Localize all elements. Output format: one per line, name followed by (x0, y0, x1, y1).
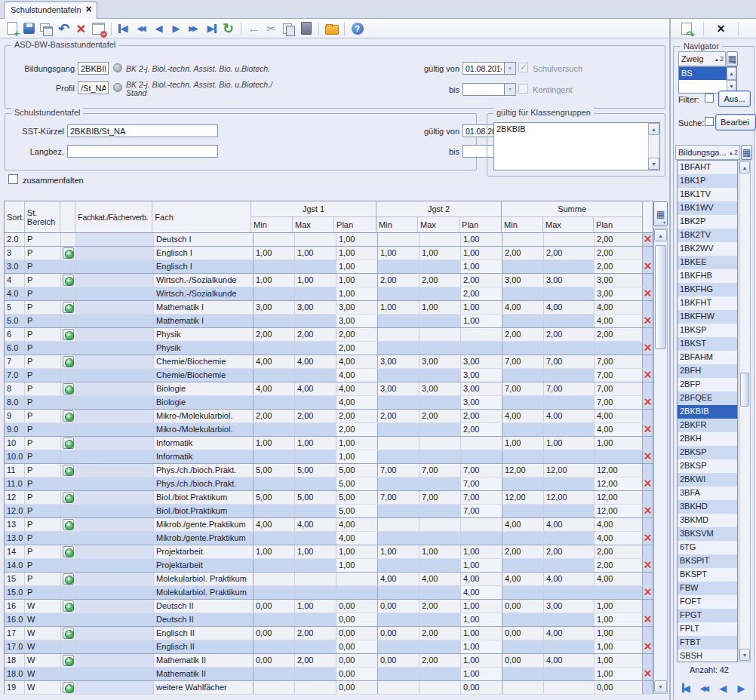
cell-fachkat[interactable] (76, 287, 154, 300)
cell-j1-max[interactable]: 1,00 (295, 247, 337, 259)
cell-j1-max[interactable]: 4,00 (295, 518, 337, 531)
profil-field[interactable] (78, 81, 109, 94)
cell-sum-max[interactable]: 4,00 (544, 654, 595, 667)
langbez-field[interactable] (67, 145, 218, 158)
cell-sum-max[interactable]: 7,00 (544, 382, 595, 395)
cell-fach[interactable]: Mikro-/Molekularbiol. (154, 410, 254, 422)
add-row-button[interactable] (63, 465, 74, 476)
cell-sum-max[interactable]: 4,00 (544, 573, 595, 585)
cell-sort[interactable]: 3.0 (5, 260, 25, 273)
cell-j2-max[interactable] (419, 423, 461, 436)
cell-fachkat[interactable] (76, 301, 154, 314)
cell-j2-max[interactable] (419, 315, 461, 327)
cell-st-bereich[interactable]: P (25, 491, 61, 504)
cell-j2-min[interactable] (378, 437, 419, 450)
cell-j1-min[interactable] (254, 559, 295, 572)
cell-j1-plan[interactable]: 2,00 (337, 410, 378, 422)
cell-j1-max[interactable]: 2,00 (295, 410, 337, 422)
cell-sum-plan[interactable]: 1,00 (595, 437, 643, 450)
cell-sum-min[interactable] (502, 233, 544, 246)
cell-fachkat[interactable] (76, 545, 154, 558)
cell-sort[interactable]: 16 (5, 600, 25, 612)
cell-j1-min[interactable]: 5,00 (254, 464, 295, 477)
cell-sum-max[interactable]: 12,00 (544, 491, 595, 504)
scroll-down-icon[interactable] (739, 649, 750, 661)
cell-j2-max[interactable] (419, 437, 461, 450)
bildungsgang-item[interactable]: 1BK1TV (678, 188, 737, 201)
cell-sum-plan[interactable]: 3,00 (595, 274, 643, 287)
cell-sum-plan[interactable]: 2,00 (595, 233, 643, 246)
nav-fast-back-icon[interactable] (133, 20, 150, 37)
cell-fach[interactable]: Mikro-/Molekularbiol. (154, 423, 254, 436)
cell-j1-max[interactable]: 3,00 (295, 301, 337, 314)
cell-st-bereich[interactable]: P (25, 532, 61, 545)
cell-j2-min[interactable]: 3,00 (378, 355, 419, 368)
cell-sum-max[interactable] (544, 450, 595, 463)
cell-fachkat[interactable] (76, 559, 154, 572)
cell-st-bereich[interactable]: P (25, 328, 61, 341)
bildungsgang-item[interactable]: FPGT (678, 609, 737, 622)
col-header-fach[interactable]: Fach (152, 201, 251, 232)
bildungsgang-item[interactable]: 1BKFHB (678, 269, 737, 283)
remove-form-icon[interactable] (90, 20, 107, 37)
cell-j2-plan[interactable]: 2,00 (461, 410, 502, 422)
cell-sum-min[interactable] (502, 315, 544, 327)
cell-sum-max[interactable] (544, 668, 595, 680)
cell-sum-max[interactable] (544, 396, 595, 409)
bildungsgang-item[interactable]: 2BKWI (678, 473, 737, 487)
cell-fachkat[interactable] (76, 315, 154, 327)
add-row-button[interactable] (63, 573, 74, 585)
cell-j2-min[interactable] (378, 681, 419, 694)
cell-j1-plan[interactable]: 5,00 (337, 477, 378, 490)
cell-sort[interactable]: 17 (5, 627, 25, 640)
cell-j1-plan[interactable]: 4,00 (337, 518, 378, 531)
cell-j1-min[interactable] (254, 396, 295, 409)
schulversuch-checkbox[interactable] (518, 63, 528, 72)
cell-fach[interactable]: Englisch II (154, 627, 254, 640)
bildungsgang-item[interactable]: 2BKBIB (678, 405, 737, 419)
cell-sum-plan[interactable]: 12,00 (595, 505, 643, 517)
cell-j1-max[interactable] (295, 613, 337, 626)
delete-row-button[interactable] (644, 315, 652, 327)
col-header-plan[interactable]: Plan (594, 217, 642, 232)
add-row-button[interactable] (63, 600, 74, 612)
table-vertical-scrollbar[interactable] (653, 228, 668, 694)
cell-sum-max[interactable]: 2,00 (544, 328, 595, 341)
cell-st-bereich[interactable]: W (25, 640, 61, 653)
cell-j1-plan[interactable]: 0,00 (337, 627, 378, 640)
cell-j1-min[interactable] (254, 233, 295, 246)
bildungsgang-field[interactable] (78, 62, 109, 75)
bildungsgang-item[interactable]: 2BFAHM (678, 351, 737, 364)
cell-j2-plan[interactable] (461, 518, 502, 531)
cell-j2-max[interactable] (419, 287, 461, 300)
scroll-down-icon[interactable] (654, 680, 667, 692)
nav-fast-forward-icon[interactable] (185, 20, 202, 37)
nav-fast-back-icon[interactable] (697, 680, 711, 696)
cell-j2-plan[interactable]: 1,00 (461, 640, 502, 653)
cell-j1-max[interactable]: 5,00 (295, 491, 337, 504)
cell-j2-max[interactable]: 1,00 (419, 301, 461, 314)
cell-fachkat[interactable] (76, 491, 154, 504)
cell-j1-plan[interactable]: 5,00 (337, 464, 378, 477)
delete-row-button[interactable] (644, 288, 652, 299)
delete-row-button[interactable] (644, 424, 652, 435)
cell-sum-max[interactable]: 7,00 (544, 355, 595, 368)
cell-fach[interactable]: Chemie/Biochemie (154, 355, 254, 368)
cell-st-bereich[interactable]: P (25, 355, 61, 368)
cell-j1-plan[interactable]: 1,00 (337, 559, 378, 572)
tab-close-icon[interactable] (86, 5, 92, 14)
cell-j2-plan[interactable]: 1,00 (461, 545, 502, 558)
cell-st-bereich[interactable]: P (25, 464, 61, 477)
cell-j2-min[interactable]: 4,00 (378, 573, 419, 585)
cell-j2-min[interactable] (378, 369, 419, 382)
cell-fach[interactable]: Mathematik I (154, 301, 254, 314)
cell-j2-plan[interactable]: 1,00 (461, 654, 502, 667)
cell-j2-min[interactable] (378, 640, 419, 653)
cell-j1-plan[interactable]: 1,00 (337, 247, 378, 259)
cell-sum-min[interactable]: 4,00 (502, 573, 544, 585)
cell-fachkat[interactable] (76, 573, 154, 585)
cell-fach[interactable]: Englisch I (154, 260, 254, 273)
cell-fach[interactable]: Mathematik II (154, 654, 254, 667)
cell-j1-min[interactable] (254, 532, 295, 545)
cell-sum-min[interactable] (502, 369, 544, 382)
